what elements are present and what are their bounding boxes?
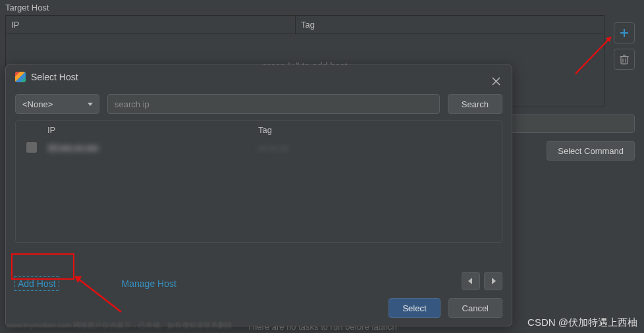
svg-marker-13 — [492, 278, 496, 284]
dlg-col-tag: Tag — [258, 125, 502, 135]
search-ip-input[interactable] — [107, 94, 440, 114]
add-host-link[interactable]: Add Host — [15, 277, 59, 290]
select-host-dialog: Select Host <None> Search IP Tag 10.xxx.… — [5, 64, 512, 326]
bg-col-tag: Tag — [296, 16, 604, 34]
filter-combo[interactable]: <None> — [15, 94, 99, 114]
host-row-tag: — — — — [258, 143, 502, 153]
add-host-plus-button[interactable] — [614, 22, 635, 43]
svg-rect-2 — [621, 57, 628, 64]
select-command-button[interactable]: Select Command — [547, 141, 635, 161]
dlg-col-ip: IP — [47, 125, 258, 135]
dialog-close-button[interactable] — [488, 73, 504, 89]
search-button[interactable]: Search — [448, 94, 502, 114]
svg-marker-11 — [88, 103, 93, 106]
cancel-button[interactable]: Cancel — [448, 298, 502, 318]
dialog-title: Select Host — [31, 72, 78, 82]
page-prev-button[interactable] — [462, 272, 480, 290]
host-row-icon — [26, 142, 37, 153]
manage-host-link[interactable]: Manage Host — [122, 278, 176, 289]
select-button[interactable]: Select — [389, 298, 440, 318]
svg-marker-12 — [468, 278, 472, 284]
chevron-left-icon — [468, 278, 473, 284]
host-list-table[interactable]: IP Tag 10.xxx.xx.xxx — — — — [15, 120, 502, 243]
bg-col-ip: IP — [6, 16, 296, 34]
section-label: Target Host — [0, 0, 644, 15]
host-row-ip: 10.xxx.xx.xxx — [47, 143, 258, 153]
chevron-right-icon — [491, 278, 496, 284]
filter-combo-value: <None> — [22, 99, 53, 109]
app-icon — [15, 72, 26, 82]
plus-icon — [619, 28, 630, 38]
page-next-button[interactable] — [484, 272, 502, 290]
table-row[interactable]: 10.xxx.xx.xxx — — — — [16, 139, 502, 156]
remove-host-button[interactable] — [614, 49, 635, 70]
chevron-down-icon — [87, 101, 94, 107]
trash-icon — [620, 54, 629, 64]
close-icon — [492, 77, 500, 86]
annotation-frame — [11, 253, 74, 280]
